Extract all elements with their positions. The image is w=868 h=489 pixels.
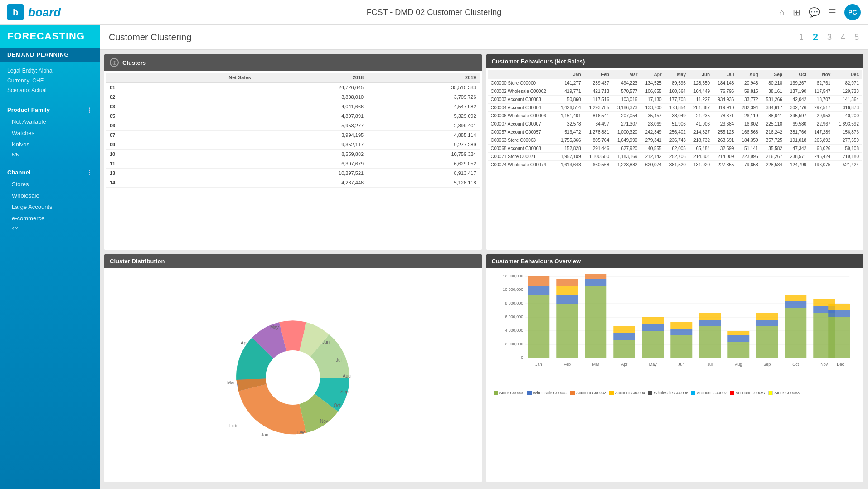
nav-page-2[interactable]: 2 [813, 31, 818, 43]
svg-rect-21 [556, 279, 578, 286]
customer-behaviours-overview-panel: Customer Behaviours Overview 12,000,000 … [486, 254, 864, 483]
legend-color-account-c00057 [730, 391, 734, 395]
legend-wholesale-c00006: Wholesale C00006 [648, 391, 688, 395]
behaviours-table: JanFebMarAprMayJunJulAugSepOctNovDec C00… [488, 70, 862, 169]
chat-icon[interactable]: 💬 [809, 7, 820, 18]
table-row: C00057 Account C00057516,4721,278,8811,0… [488, 128, 862, 136]
sidebar-item-wholesale[interactable]: Wholesale [5, 190, 95, 201]
nav-page-1[interactable]: 1 [799, 33, 804, 42]
svg-text:Apr: Apr [621, 362, 627, 367]
legend-color-account-c00004 [609, 391, 614, 395]
table-row: C00071 Store C000711,957,1091,100,5801,1… [488, 153, 862, 161]
product-family-menu[interactable]: ⋮ [87, 107, 92, 113]
legend-store-c00063: Store C00063 [768, 391, 800, 395]
table-row: C00068 Account C00068152,828291,446627,9… [488, 145, 862, 153]
donut-chart: Jun Jul Aug Sep Oct Nov Dec Jan Feb Mar … [220, 307, 365, 443]
svg-text:Mar: Mar [592, 362, 599, 367]
clusters-icon: ◎ [110, 58, 119, 67]
svg-rect-37 [727, 342, 749, 358]
legend-account-c00004: Account C00004 [609, 391, 645, 395]
home-icon[interactable]: ⌂ [779, 7, 785, 18]
svg-rect-49 [828, 317, 850, 358]
behaviours-overview-header: Customer Behaviours Overview [486, 254, 864, 268]
svg-rect-30 [642, 317, 664, 324]
sidebar-channel-section: Channel ⋮ Stores Wholesale Large Account… [0, 166, 100, 233]
legend-color-store-c00000 [494, 391, 498, 395]
cluster-distribution-panel: Cluster Distribution [104, 254, 482, 483]
nav-page-5[interactable]: 5 [854, 33, 859, 42]
svg-rect-25 [613, 340, 635, 358]
svg-text:12,000,000: 12,000,000 [503, 274, 523, 278]
sidebar-item-ecommerce[interactable]: e-commerce [5, 213, 95, 224]
donut-label-oct: Oct [334, 403, 341, 408]
svg-point-0 [266, 350, 320, 405]
svg-text:Jun: Jun [678, 362, 684, 367]
svg-rect-43 [785, 308, 806, 358]
sidebar-item-not-available[interactable]: Not Available [5, 116, 95, 127]
clusters-table-wrapper[interactable]: Net Sales 2018 2019 0124,726,64535,510,3… [104, 71, 482, 250]
legend-account-c00007: Account C00007 [691, 391, 727, 395]
bar-chart-legend: Store C00000 Wholesale C00002 Account C0… [490, 390, 860, 396]
svg-rect-26 [613, 333, 635, 340]
user-avatar[interactable]: PC [844, 4, 861, 20]
table-row: 144,287,4465,126,118 [106, 178, 480, 188]
sidebar-forecasting-label: FORECASTING [0, 25, 100, 48]
clusters-panel-header: ◎ Clusters [104, 54, 482, 71]
product-family-count: 5/5 [5, 150, 95, 159]
table-row: 1310,297,5218,913,417 [106, 169, 480, 178]
table-row: 108,559,88210,759,324 [106, 150, 480, 159]
svg-rect-28 [642, 331, 664, 358]
svg-rect-45 [785, 295, 806, 301]
cluster-distribution-body: Jun Jul Aug Sep Oct Nov Dec Jan Feb Mar … [104, 268, 482, 483]
channel-header: Channel ⋮ [5, 166, 95, 179]
menu-icon[interactable]: ☰ [828, 7, 836, 18]
board-logo: b [7, 4, 24, 20]
customer-behaviours-panel: Customer Behaviours (Net Sales) JanFebMa… [486, 54, 864, 250]
donut-label-mar: Mar [227, 380, 235, 385]
legend-color-store-c00063 [768, 391, 773, 395]
nav-page-4[interactable]: 4 [841, 33, 845, 42]
sidebar-item-stores[interactable]: Stores [5, 179, 95, 190]
cluster-distribution-header: Cluster Distribution [104, 254, 482, 268]
sidebar-demand-label: DEMAND PLANNING [0, 48, 100, 62]
svg-text:Jan: Jan [535, 362, 542, 367]
svg-text:4,000,000: 4,000,000 [505, 328, 523, 333]
svg-text:Aug: Aug [735, 362, 742, 367]
table-row: C00006 Wholesale C000061,151,461816,5412… [488, 112, 862, 120]
table-row: 054,897,8915,329,692 [106, 111, 480, 121]
svg-rect-36 [699, 313, 721, 320]
page-title: Customer Clustering [109, 32, 191, 43]
page-nav: 1 2 3 4 5 [799, 31, 859, 43]
clusters-title: Clusters [122, 59, 146, 66]
panels-grid: ◎ Clusters Net Sales 2018 2019 0124,726,… [100, 50, 868, 487]
scenario: Scenario: Actual [7, 86, 92, 96]
table-row: 065,953,2772,899,401 [106, 121, 480, 131]
svg-rect-38 [727, 335, 749, 342]
sidebar-item-large-accounts[interactable]: Large Accounts [5, 201, 95, 213]
svg-text:Feb: Feb [563, 362, 571, 367]
col-net-sales: Net Sales [151, 73, 255, 83]
channel-count: 4/4 [5, 224, 95, 233]
nav-page-3[interactable]: 3 [827, 33, 832, 42]
svg-rect-40 [756, 326, 778, 358]
svg-rect-18 [556, 304, 578, 358]
sidebar-item-knives[interactable]: Knives [5, 139, 95, 150]
channel-menu[interactable]: ⋮ [87, 169, 92, 176]
svg-rect-16 [528, 286, 549, 295]
grid-icon[interactable]: ⊞ [793, 7, 800, 18]
svg-text:0: 0 [521, 355, 523, 360]
svg-rect-22 [585, 286, 606, 358]
sidebar-item-watches[interactable]: Watches [5, 127, 95, 139]
table-row: C00002 Wholesale C00002419,771421,713570… [488, 87, 862, 96]
svg-text:Jul: Jul [707, 362, 713, 367]
table-row: C00000 Store C00000141,277239,437494,223… [488, 79, 862, 87]
donut-label-feb: Feb [229, 423, 238, 428]
table-row: C00003 Account C0000350,860117,516103,01… [488, 96, 862, 104]
top-right-icons: ⌂ ⊞ 💬 ☰ PC [779, 4, 861, 20]
behaviours-table-wrapper[interactable]: JanFebMarAprMayJunJulAugSepOctNovDec C00… [486, 68, 864, 250]
currency: Currency: CHF [7, 76, 92, 86]
legend-store-c00000: Store C00000 [494, 391, 525, 395]
table-row: 116,397,6796,629,052 [106, 159, 480, 169]
behaviours-overview-body: 12,000,000 10,000,000 8,000,000 6,000,00… [486, 268, 864, 483]
svg-text:8,000,000: 8,000,000 [505, 301, 523, 305]
